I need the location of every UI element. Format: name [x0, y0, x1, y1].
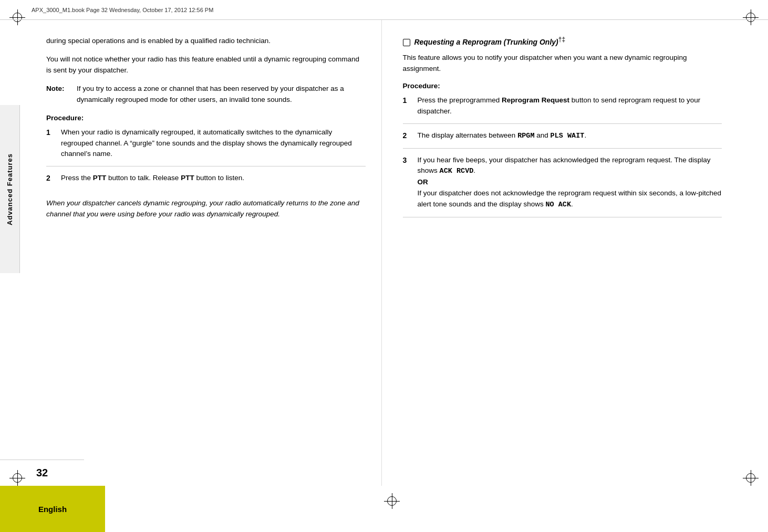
reprogram-request-bold: Reprogram Request: [502, 96, 569, 104]
note-label: Note:: [46, 84, 72, 106]
right-step-3: 3 If you hear five beeps, your dispatche…: [403, 155, 722, 218]
english-tab: English: [0, 486, 105, 532]
side-tab-label: Advanced Features: [6, 153, 14, 225]
step-num-2: 2: [46, 173, 55, 184]
ptt-bold-2: PTT: [181, 174, 194, 182]
ackrcvd-mono: ACK RCVD: [440, 167, 474, 175]
noack-mono: NO ACK: [545, 201, 571, 208]
rpgm-mono: RPGM: [517, 132, 534, 140]
side-tab: Advanced Features: [0, 105, 20, 273]
right-column: Requesting a Reprogram (Trunking Only)†‡…: [382, 20, 749, 486]
left-procedure-list: 1 When your radio is dynamically regroup…: [46, 127, 366, 191]
main-content: during special operations and is enabled…: [20, 20, 748, 486]
note-block: Note: If you try to access a zone or cha…: [46, 84, 366, 106]
section-heading: Requesting a Reprogram (Trunking Only)†‡: [403, 36, 722, 46]
right-step-num-1: 1: [403, 95, 411, 117]
left-column: during special operations and is enabled…: [20, 20, 382, 486]
right-step-num-2: 2: [403, 130, 411, 142]
right-step-text-1: Press the preprogrammed Reprogram Reques…: [418, 95, 722, 117]
ptt-bold-1: PTT: [93, 174, 107, 182]
note-text: If you try to access a zone or channel t…: [77, 84, 366, 106]
right-step-text-3: If you hear five beeps, your dispatcher …: [418, 155, 722, 211]
reg-mark-bottom-center: [384, 493, 400, 509]
italic-note: When your dispatcher cancels dynamic reg…: [46, 198, 366, 220]
intro-text-2: You will not notice whether your radio h…: [46, 54, 366, 76]
procedure-label-right: Procedure:: [403, 82, 722, 90]
section-title: Requesting a Reprogram (Trunking Only): [414, 38, 558, 46]
intro-text-1: during special operations and is enabled…: [46, 36, 366, 47]
english-label: English: [38, 505, 67, 514]
section-dagger: †‡: [558, 36, 565, 43]
plswait-mono: PLS WAIT: [551, 132, 585, 140]
right-step-num-3: 3: [403, 155, 411, 211]
left-step-1: 1 When your radio is dynamically regroup…: [46, 127, 366, 167]
right-step-1: 1 Press the preprogrammed Reprogram Requ…: [403, 95, 722, 124]
right-step-2: 2 The display alternates between RPGM an…: [403, 130, 722, 149]
top-bar: APX_3000_M1.book Page 32 Wednesday, Octo…: [0, 0, 768, 20]
step-text-1: When your radio is dynamically regrouped…: [61, 127, 366, 160]
or-label: OR: [418, 178, 428, 186]
top-bar-text: APX_3000_M1.book Page 32 Wednesday, Octo…: [32, 7, 213, 13]
procedure-label-left: Procedure:: [46, 114, 366, 122]
right-procedure-list: 1 Press the preprogrammed Reprogram Requ…: [403, 95, 722, 217]
right-step-text-2: The display alternates between RPGM and …: [418, 130, 722, 142]
step-text-2: Press the PTT button to talk. Release PT…: [61, 173, 366, 184]
left-step-2: 2 Press the PTT button to talk. Release …: [46, 173, 366, 191]
right-intro-text: This feature allows you to notify your d…: [403, 53, 722, 75]
step-num-1: 1: [46, 127, 55, 160]
section-icon: [403, 39, 410, 46]
